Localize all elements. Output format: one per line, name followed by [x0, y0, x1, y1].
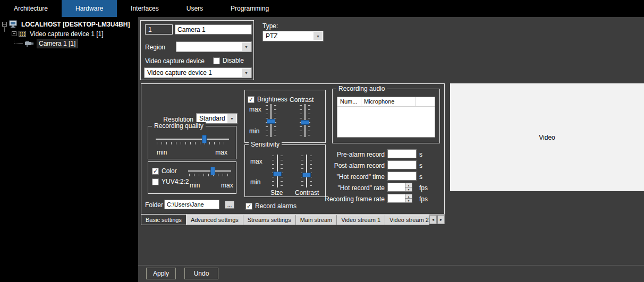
- type-select[interactable]: PTZ ▼: [262, 31, 324, 41]
- tab-scroll-buttons: ◄ ►: [429, 215, 445, 224]
- color-settings-group: ✓ Color YUV4:2:2 min max: [148, 161, 236, 194]
- slider-thumb[interactable]: [210, 167, 215, 175]
- sensitivity-size-slider[interactable]: [272, 155, 283, 187]
- slider-thumb[interactable]: [302, 173, 311, 177]
- recording-audio-table-header: Num... Microphone: [337, 97, 435, 107]
- disable-checkbox-row: Disable: [213, 57, 244, 64]
- tree-item-label: Video capture device 1 [1]: [28, 30, 105, 38]
- chevron-down-icon[interactable]: ▼: [313, 32, 323, 40]
- spinner-up-button[interactable]: ▲: [405, 183, 412, 187]
- chevron-down-icon[interactable]: ▼: [242, 42, 251, 51]
- undo-button[interactable]: Undo: [184, 268, 218, 279]
- brightness-label: Brightness: [257, 96, 287, 103]
- pre-alarm-record-label: Pre-alarm record: [316, 151, 385, 158]
- menu-tab-programming[interactable]: Programming: [217, 0, 283, 17]
- contrast-slider[interactable]: [299, 104, 311, 137]
- sensitivity-title: Sensitivity: [249, 141, 282, 148]
- max-label: max: [221, 182, 233, 189]
- tab-scroll-left-button[interactable]: ◄: [429, 215, 437, 224]
- apply-button[interactable]: Apply: [146, 268, 176, 279]
- record-alarms-checkbox[interactable]: ✓: [245, 203, 252, 210]
- recording-audio-table[interactable]: Num... Microphone: [337, 97, 435, 138]
- slider-ticks: [189, 174, 230, 176]
- tab-scroll-right-button[interactable]: ►: [437, 215, 445, 224]
- yuv-checkbox[interactable]: [152, 178, 159, 185]
- slider-thumb[interactable]: [202, 135, 207, 143]
- menu-tab-users[interactable]: Users: [173, 0, 217, 17]
- spinner-down-button[interactable]: ▼: [405, 199, 412, 202]
- menubar: Architecture Hardware Interfaces Users P…: [0, 0, 644, 17]
- max-label: max: [249, 106, 261, 113]
- brightness-contrast-group: ✓ Brightness Contrast max min: [244, 90, 326, 143]
- hot-record-time-unit: s: [419, 173, 422, 181]
- brightness-checkbox[interactable]: ✓: [248, 96, 255, 103]
- post-alarm-record-unit: s: [419, 162, 422, 169]
- tree-item-camera-1[interactable]: Camera 1 [1]: [24, 39, 77, 48]
- camera-name-input[interactable]: Camera 1: [175, 24, 252, 35]
- brightness-slider[interactable]: [265, 104, 277, 137]
- slider-thumb[interactable]: [301, 120, 309, 125]
- sensitivity-group: Sensitivity max min Size Contrast: [244, 144, 326, 197]
- slider-thumb[interactable]: [273, 172, 282, 176]
- tab-advanced-settings[interactable]: Advanced settings: [186, 215, 243, 225]
- tree-collapse-toggle[interactable]: [12, 31, 16, 36]
- tree-item-label: LOCALHOST [DESKTOP-LM3U4BH]: [20, 20, 131, 29]
- yuv-checkbox-row: YUV4:2:2: [152, 178, 189, 185]
- menu-tab-interfaces[interactable]: Interfaces: [117, 0, 173, 17]
- disable-checkbox[interactable]: [213, 57, 220, 64]
- recording-quality-slider[interactable]: [156, 134, 229, 145]
- stepper-buttons: ▲ ▼: [405, 194, 412, 202]
- recording-frame-rate-unit: fps: [419, 195, 428, 203]
- hot-record-time-label: "Hot record" time: [316, 173, 385, 181]
- max-label: max: [215, 149, 227, 156]
- slider-track: [277, 155, 278, 187]
- tree-item-label: Camera 1 [1]: [37, 39, 77, 48]
- capture-device-icon: [19, 30, 26, 37]
- folder-label: Folder: [145, 201, 163, 209]
- tree-item-localhost[interactable]: LOCALHOST [DESKTOP-LM3U4BH]: [2, 20, 131, 29]
- slider-ticks: [272, 156, 274, 186]
- recording-frame-rate-stepper[interactable]: ▲ ▼: [387, 194, 412, 203]
- tree-collapse-toggle[interactable]: [2, 22, 7, 27]
- slider-ticks: [281, 156, 283, 186]
- min-label: min: [249, 127, 259, 135]
- column-header-microphone: Microphone: [361, 97, 416, 106]
- tab-video-stream-2[interactable]: Video stream 2: [385, 215, 429, 225]
- sensitivity-contrast-slider[interactable]: [301, 155, 312, 187]
- hot-record-rate-stepper[interactable]: ▲ ▼: [387, 183, 412, 192]
- slider-ticks: [310, 156, 312, 186]
- min-label: min: [190, 182, 200, 189]
- slider-thumb[interactable]: [267, 119, 275, 124]
- spinner-down-button[interactable]: ▼: [405, 187, 412, 191]
- disable-label: Disable: [223, 57, 244, 64]
- column-header-num: Num...: [337, 97, 361, 106]
- folder-input[interactable]: C:\Users\Jane: [164, 200, 219, 209]
- post-alarm-record-input[interactable]: [387, 160, 417, 169]
- chevron-down-icon[interactable]: ▼: [242, 69, 251, 77]
- chevron-down-icon[interactable]: ▼: [227, 114, 236, 123]
- color-slider[interactable]: [188, 166, 231, 177]
- recording-audio-group: Recording audio Num... Microphone: [332, 89, 440, 143]
- tree-item-capture-device[interactable]: Video capture device 1 [1]: [12, 29, 105, 38]
- region-select[interactable]: ▼: [176, 41, 252, 52]
- menu-tab-hardware[interactable]: Hardware: [62, 0, 117, 17]
- camera-identity-panel: 1 Camera 1 Region ▼ Video capture device…: [140, 20, 254, 80]
- tree-connector: [14, 43, 23, 44]
- tab-basic-settings[interactable]: Basic settings: [141, 215, 187, 225]
- min-label: min: [250, 178, 260, 186]
- contrast-label: Contrast: [290, 96, 313, 104]
- video-preview-label: Video: [539, 134, 555, 141]
- hot-record-time-input[interactable]: [387, 172, 417, 181]
- tab-main-stream[interactable]: Main stream: [295, 215, 337, 225]
- resolution-value: Standard: [199, 115, 225, 122]
- pre-alarm-record-input[interactable]: [387, 149, 417, 158]
- color-checkbox[interactable]: ✓: [152, 168, 159, 175]
- tab-video-stream-1[interactable]: Video stream 1: [336, 215, 385, 225]
- recording-audio-title: Recording audio: [336, 85, 387, 92]
- menu-tab-architecture[interactable]: Architecture: [0, 0, 62, 17]
- browse-button[interactable]: ...: [225, 201, 234, 209]
- camera-id-field[interactable]: 1: [145, 24, 173, 35]
- capture-device-select[interactable]: Video capture device 1 ▼: [144, 67, 252, 78]
- spinner-up-button[interactable]: ▲: [405, 194, 412, 199]
- tab-streams-settings[interactable]: Streams settings: [243, 215, 296, 225]
